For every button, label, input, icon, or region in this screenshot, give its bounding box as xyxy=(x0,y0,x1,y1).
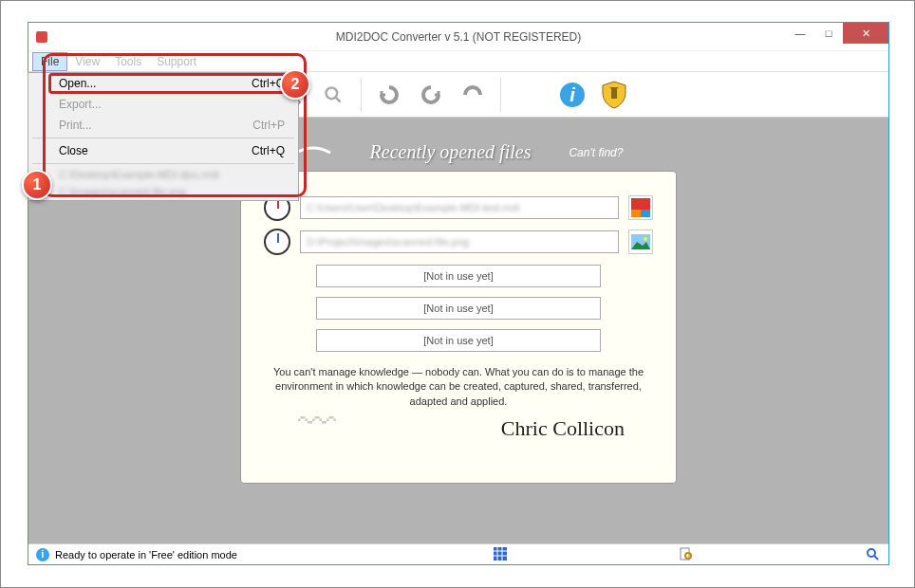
undo-icon[interactable] xyxy=(455,77,491,113)
shield-icon[interactable] xyxy=(596,77,632,113)
info-icon[interactable]: i xyxy=(554,77,590,113)
svg-point-7 xyxy=(327,87,338,99)
cant-find-link[interactable]: Can't find? xyxy=(569,146,623,159)
image-thumb-icon[interactable] xyxy=(628,230,653,254)
toolbar-sep xyxy=(361,78,362,112)
window-title: MDI2DOC Converter v 5.1 (NOT REGISTERED) xyxy=(336,30,582,44)
recent-file-row: C:\Users\User\Desktop\Example-MDI-test.m… xyxy=(264,194,653,221)
recent-file-path[interactable]: C:\Users\User\Desktop\Example-MDI-test.m… xyxy=(300,196,619,219)
status-text: Ready to operate in 'Free' edition mode xyxy=(55,549,237,560)
empty-slot[interactable]: [Not in use yet] xyxy=(316,329,601,352)
maximize-button[interactable]: □ xyxy=(814,23,843,44)
close-button[interactable]: ✕ xyxy=(843,23,888,44)
empty-slot[interactable]: [Not in use yet] xyxy=(316,265,601,287)
grid-icon[interactable] xyxy=(494,547,509,562)
recent-file-path[interactable]: D:\Project\Images\scanned-file.png xyxy=(300,230,619,253)
svg-point-23 xyxy=(868,549,875,557)
rotate-left-icon[interactable] xyxy=(371,77,407,113)
window-controls: — □ ✕ xyxy=(786,23,888,44)
zoom-status-icon[interactable] xyxy=(866,547,881,562)
callout-number-1: 1 xyxy=(22,170,52,200)
recent-file-row: D:\Project\Images\scanned-file.png xyxy=(264,229,653,255)
empty-slot[interactable]: [Not in use yet] xyxy=(316,297,601,320)
statusbar: i Ready to operate in 'Free' edition mod… xyxy=(28,543,888,564)
search-doc-icon[interactable] xyxy=(680,547,695,562)
clock-icon xyxy=(264,229,290,255)
svg-rect-13 xyxy=(641,210,650,217)
svg-text:i: i xyxy=(570,84,575,105)
zoom-out-icon[interactable] xyxy=(315,77,351,113)
svg-rect-12 xyxy=(631,210,641,217)
swirl-decoration: 〰 xyxy=(298,400,336,445)
panel-title: Recently opened files xyxy=(370,141,532,163)
rotate-right-icon[interactable] xyxy=(413,77,449,113)
titlebar[interactable]: MDI2DOC Converter v 5.1 (NOT REGISTERED)… xyxy=(28,23,888,51)
screenshot-frame: MDI2DOC Converter v 5.1 (NOT REGISTERED)… xyxy=(0,0,915,588)
toolbar-sep xyxy=(500,78,501,112)
empty-slot-row: [Not in use yet] xyxy=(264,265,653,287)
svg-line-8 xyxy=(336,97,341,101)
empty-slot-row: [Not in use yet] xyxy=(264,297,653,320)
svg-rect-0 xyxy=(36,31,47,43)
pdf-thumb-icon[interactable] xyxy=(628,195,653,220)
empty-slot-row: [Not in use yet] xyxy=(264,329,653,352)
callout-box-2 xyxy=(48,73,296,94)
app-icon xyxy=(34,29,49,45)
svg-line-24 xyxy=(874,556,878,560)
svg-rect-11 xyxy=(631,198,650,210)
callout-number-2: 2 xyxy=(280,69,310,100)
svg-rect-16 xyxy=(494,547,507,560)
svg-point-15 xyxy=(644,237,647,241)
status-info-icon: i xyxy=(36,548,49,561)
recent-files-panel: Recently opened files Can't find? C:\Use… xyxy=(240,171,677,484)
minimize-button[interactable]: — xyxy=(786,23,814,44)
